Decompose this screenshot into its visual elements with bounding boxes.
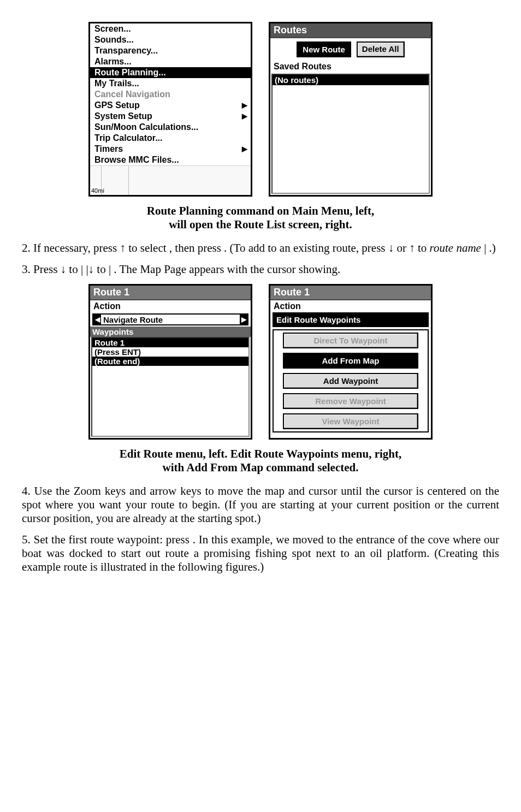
edit-route-screen: Route 1 Action ◀ Navigate Route ▶ Waypoi…: [88, 284, 252, 440]
saved-routes-list[interactable]: (No routes): [271, 74, 430, 194]
edit-route-waypoints-title: Edit Route Waypoints: [273, 312, 429, 327]
navigate-route-select[interactable]: ◀ Navigate Route ▶: [92, 313, 248, 325]
add-waypoint-button[interactable]: Add Waypoint: [283, 373, 418, 389]
map-preview: 40mi: [90, 165, 251, 195]
route1-title: Route 1: [90, 286, 251, 300]
step-5-text: 5. Set the first route waypoint: press .…: [22, 533, 499, 574]
view-waypoint-button: View Waypoint: [283, 413, 418, 429]
menu-sun-moon[interactable]: Sun/Moon Calculations...: [90, 122, 251, 133]
menu-browse-mmc[interactable]: Browse MMC Files...: [90, 155, 251, 165]
waypoints-header: Waypoints: [90, 327, 251, 337]
menu-system-setup[interactable]: System Setup▶: [90, 111, 251, 122]
caption-2a: Edit Route menu, left. Edit Route Waypoi…: [120, 447, 401, 460]
no-routes-row: (No routes): [273, 75, 429, 85]
label: Timers: [94, 144, 123, 153]
nav-route-label: Navigate Route: [101, 315, 240, 324]
text: | .): [481, 241, 496, 254]
menu-sounds[interactable]: Sounds...: [90, 34, 251, 45]
action-label-2: Action: [270, 300, 431, 312]
wp-row-route1[interactable]: Route 1: [92, 338, 248, 347]
caption-2b: with Add From Map command selected.: [163, 461, 359, 474]
step-4-text: 4. Use the Zoom keys and arrow keys to m…: [22, 484, 499, 525]
submenu-arrow-icon: ▶: [242, 101, 247, 109]
route-name-italic: route name: [430, 241, 481, 254]
menu-timers[interactable]: Timers▶: [90, 144, 251, 155]
delete-all-button[interactable]: Delete All: [357, 42, 405, 57]
menu-cancel-nav: Cancel Navigation: [90, 89, 251, 100]
text: 2. If necessary, press ↑ to select , the…: [22, 241, 430, 254]
label: System Setup: [94, 111, 152, 121]
caption-1b: will open the Route List screen, right.: [169, 218, 352, 231]
edit-route-waypoints-screen: Route 1 Action Edit Route Waypoints Dire…: [269, 284, 433, 440]
caption-1a: Route Planning command on Main Menu, lef…: [147, 204, 375, 217]
menu-my-trails[interactable]: My Trails...: [90, 78, 251, 89]
map-scale: 40mi: [91, 187, 104, 194]
edit-wp-panel: Direct To Waypoint Add From Map Add Wayp…: [273, 329, 429, 432]
routes-screen: Routes New Route Delete All Saved Routes…: [269, 22, 433, 197]
wp-row-press-ent[interactable]: (Press ENT): [92, 347, 248, 357]
menu-transparency[interactable]: Transparency...: [90, 45, 251, 56]
step-2-text: 2. If necessary, press ↑ to select , the…: [22, 241, 499, 255]
new-route-button[interactable]: New Route: [297, 42, 351, 57]
menu-trip-calc[interactable]: Trip Calculator...: [90, 133, 251, 144]
submenu-arrow-icon: ▶: [242, 145, 247, 153]
menu-screen[interactable]: Screen...: [90, 23, 251, 34]
direct-to-waypoint-button: Direct To Waypoint: [283, 333, 418, 348]
remove-waypoint-button: Remove Waypoint: [283, 393, 418, 409]
menu-gps-setup[interactable]: GPS Setup▶: [90, 100, 251, 111]
route1-title-2: Route 1: [270, 286, 431, 300]
label: GPS Setup: [94, 100, 140, 110]
waypoints-list[interactable]: Route 1 (Press ENT) (Route end): [91, 337, 250, 437]
menu-route-planning[interactable]: Route Planning...: [90, 67, 251, 78]
action-label: Action: [90, 300, 251, 312]
saved-routes-label: Saved Routes: [270, 61, 431, 73]
add-from-map-button[interactable]: Add From Map: [283, 353, 418, 369]
right-arrow-icon[interactable]: ▶: [240, 315, 247, 324]
wp-row-route-end[interactable]: (Route end): [92, 357, 248, 366]
left-arrow-icon[interactable]: ◀: [93, 315, 101, 324]
submenu-arrow-icon: ▶: [242, 112, 247, 120]
menu-alarms[interactable]: Alarms...: [90, 56, 251, 67]
step-3-text: 3. Press ↓ to | |↓ to | . The Map Page a…: [22, 263, 499, 276]
main-menu-screen: Screen... Sounds... Transparency... Alar…: [88, 22, 252, 197]
routes-title: Routes: [270, 23, 431, 38]
